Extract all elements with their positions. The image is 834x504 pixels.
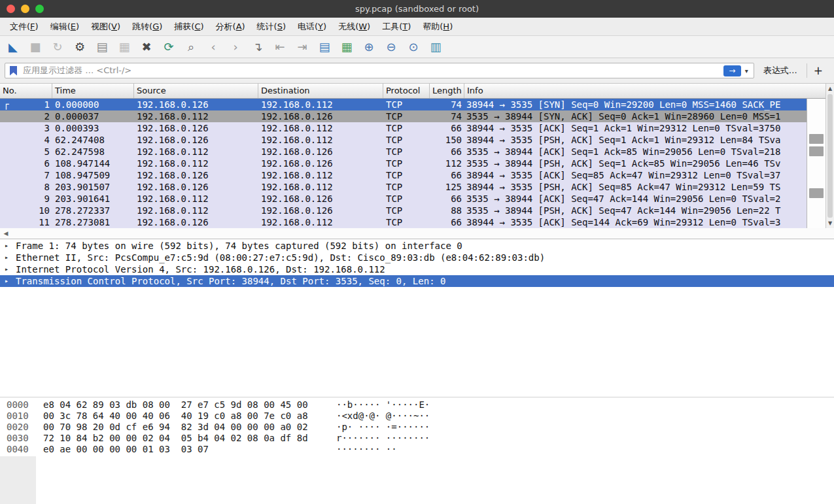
detail-row[interactable]: ▸Ethernet II, Src: PcsCompu_e7:c5:9d (08… xyxy=(0,252,834,263)
column-header-no[interactable]: No. xyxy=(0,84,52,98)
packet-row[interactable]: 11278.273081192.168.0.126192.168.0.112TC… xyxy=(0,216,807,228)
packet-row[interactable]: 20.000037192.168.0.112192.168.0.126TCP74… xyxy=(0,110,807,122)
go-back-button[interactable]: ‹ xyxy=(205,39,221,56)
minimize-window-button[interactable] xyxy=(21,5,29,13)
menu-item[interactable]: 文件(F) xyxy=(4,18,44,35)
packet-row[interactable]: 6108.947144192.168.0.112192.168.0.126TCP… xyxy=(0,158,807,169)
last-packet-button[interactable]: ⇥ xyxy=(294,39,310,56)
stop-capture-button[interactable]: ■ xyxy=(27,39,43,56)
packet-details-pane: ▸Frame 1: 74 bytes on wire (592 bits), 7… xyxy=(0,240,834,397)
zoom-in-button[interactable]: ⊕ xyxy=(361,39,377,56)
menu-item[interactable]: 编辑(E) xyxy=(44,18,85,35)
apply-filter-button[interactable]: → xyxy=(723,65,741,76)
packet-row[interactable]: 462.247408192.168.0.126192.168.0.112TCP1… xyxy=(0,134,807,146)
packet-row[interactable]: 8203.901507192.168.0.126192.168.0.112TCP… xyxy=(0,181,807,193)
column-header-time[interactable]: Time xyxy=(52,84,134,98)
add-filter-button[interactable]: + xyxy=(807,63,829,78)
detail-text: Internet Protocol Version 4, Src: 192.16… xyxy=(16,264,385,275)
zoom-reset-button[interactable]: ⊙ xyxy=(406,39,421,56)
start-capture-icon: ◣ xyxy=(9,41,18,53)
restart-capture-button[interactable]: ↻ xyxy=(50,39,65,56)
detail-row[interactable]: ▸Internet Protocol Version 4, Src: 192.1… xyxy=(0,263,834,275)
packet-row[interactable]: 7108.947509192.168.0.126192.168.0.112TCP… xyxy=(0,169,807,181)
scroll-up-icon[interactable]: ▲ xyxy=(826,84,834,93)
hex-ascii: ·p· ···· ·=······ xyxy=(336,422,430,433)
packet-time-cell: 278.273081 xyxy=(52,216,134,228)
menu-item[interactable]: 视图(V) xyxy=(85,18,126,35)
scroll-down-icon[interactable]: ▼ xyxy=(826,218,834,228)
menu-item[interactable]: 工具(T) xyxy=(376,18,417,35)
colorize-button[interactable]: ▦ xyxy=(339,39,355,56)
menu-item[interactable]: 电话(Y) xyxy=(292,18,332,35)
go-forward-button[interactable]: › xyxy=(228,39,243,56)
close-window-button[interactable] xyxy=(7,5,15,13)
capture-options-button[interactable]: ⚙ xyxy=(72,39,88,56)
expression-button[interactable]: 表达式… xyxy=(759,65,801,76)
filter-dropdown-caret-icon[interactable]: ▾ xyxy=(741,67,751,75)
hex-row[interactable]: 001000 3c 78 64 40 00 40 06 40 19 c0 a8 … xyxy=(0,411,834,422)
expander-icon[interactable]: ▸ xyxy=(5,252,9,263)
packet-source-cell: 192.168.0.112 xyxy=(134,158,258,169)
zoom-out-button[interactable]: ⊖ xyxy=(383,39,399,56)
packet-row[interactable]: 562.247598192.168.0.112192.168.0.126TCP6… xyxy=(0,146,807,158)
packet-row[interactable]: 30.000393192.168.0.126192.168.0.112TCP66… xyxy=(0,122,807,134)
column-header-source[interactable]: Source xyxy=(134,84,258,98)
packet-time-cell: 0.000393 xyxy=(52,122,134,134)
packet-protocol-cell: TCP xyxy=(383,193,430,205)
menu-item[interactable]: 捕获(C) xyxy=(168,18,209,35)
reload-file-button[interactable]: ⟳ xyxy=(161,39,177,56)
auto-scroll-icon: ▤ xyxy=(319,41,330,53)
detail-row[interactable]: ▸Transmission Control Protocol, Src Port… xyxy=(0,275,834,287)
hex-row[interactable]: 0000e8 04 62 89 03 db 08 00 27 e7 c5 9d … xyxy=(0,399,834,411)
minimap-mark xyxy=(809,146,824,156)
menu-item[interactable]: 跳转(G) xyxy=(126,18,168,35)
close-file-button[interactable]: ✖ xyxy=(139,39,154,56)
packet-time-cell: 203.901641 xyxy=(52,193,134,205)
hex-row[interactable]: 002000 70 98 20 0d cf e6 94 82 3d 04 00 … xyxy=(0,422,834,433)
column-header-destination[interactable]: Destination xyxy=(258,84,383,98)
open-file-icon: ▤ xyxy=(96,41,107,53)
packet-time-cell: 108.947509 xyxy=(52,169,134,181)
expander-icon[interactable]: ▸ xyxy=(5,275,9,287)
auto-scroll-button[interactable]: ▤ xyxy=(317,39,332,56)
scroll-left-icon[interactable]: ◀ xyxy=(1,228,10,239)
packet-info-cell: 38944 → 3535 [ACK] Seq=85 Ack=47 Win=293… xyxy=(464,169,807,181)
vertical-scrollbar[interactable]: ▲ ▼ xyxy=(825,84,834,228)
column-header-info[interactable]: Info xyxy=(464,84,825,98)
go-to-packet-button[interactable]: ↴ xyxy=(250,39,266,56)
menu-item[interactable]: 无线(W) xyxy=(332,18,376,35)
scrollbar-thumb[interactable] xyxy=(827,94,833,218)
menu-item[interactable]: 帮助(H) xyxy=(417,18,459,35)
menu-item[interactable]: 分析(A) xyxy=(210,18,251,35)
hex-ascii: r······· ········ xyxy=(336,433,430,444)
menu-item[interactable]: 统计(S) xyxy=(251,18,292,35)
bookmark-icon[interactable] xyxy=(10,66,17,76)
display-filter-input[interactable]: 应用显示过滤器 … <Ctrl-/> → ▾ xyxy=(5,63,754,78)
packet-no-cell: ┌1 xyxy=(0,99,52,110)
go-back-icon: ‹ xyxy=(211,41,215,53)
hex-row[interactable]: 0040e0 ae 00 00 00 00 01 03 03 07·······… xyxy=(0,444,834,455)
expander-icon[interactable]: ▸ xyxy=(5,240,9,252)
horizontal-scrollbar[interactable]: ◀ xyxy=(0,228,834,239)
packet-row[interactable]: 9203.901641192.168.0.112192.168.0.126TCP… xyxy=(0,193,807,205)
resize-columns-button[interactable]: ▥ xyxy=(428,39,443,56)
hex-row[interactable]: 003072 10 84 b2 00 00 02 04 05 b4 04 02 … xyxy=(0,433,834,444)
expander-icon[interactable]: ▸ xyxy=(5,263,9,275)
packet-row[interactable]: 10278.272337192.168.0.112192.168.0.126TC… xyxy=(0,205,807,216)
intelligent-scrollbar[interactable] xyxy=(807,99,825,228)
packet-row[interactable]: ┌10.000000192.168.0.126192.168.0.112TCP7… xyxy=(0,99,807,110)
column-header-protocol[interactable]: Protocol xyxy=(383,84,430,98)
start-capture-button[interactable]: ◣ xyxy=(5,39,21,56)
packet-protocol-cell: TCP xyxy=(383,99,430,110)
first-packet-button[interactable]: ⇤ xyxy=(272,39,288,56)
maximize-window-button[interactable] xyxy=(35,5,44,13)
packet-info-cell: 38944 → 3535 [ACK] Seq=1 Ack=1 Win=29312… xyxy=(464,122,807,134)
find-packet-button[interactable]: ⌕ xyxy=(183,39,199,56)
open-file-button[interactable]: ▤ xyxy=(94,39,110,56)
packet-info-cell: 3535 → 38944 [SYN, ACK] Seq=0 Ack=1 Win=… xyxy=(464,110,807,122)
column-header-length[interactable]: Length xyxy=(430,84,464,98)
detail-row[interactable]: ▸Frame 1: 74 bytes on wire (592 bits), 7… xyxy=(0,240,834,252)
save-file-button[interactable]: ▦ xyxy=(116,39,132,56)
packet-length-cell: 66 xyxy=(430,122,464,134)
packet-info-cell: 38944 → 3535 [SYN] Seq=0 Win=29200 Len=0… xyxy=(464,99,807,110)
